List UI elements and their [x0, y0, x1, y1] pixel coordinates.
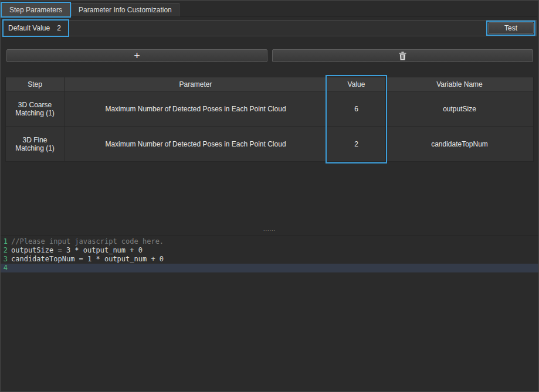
line-text: candidateTopNum = 1 * output_num + 0: [8, 255, 164, 264]
line-number: 2: [1, 246, 8, 255]
default-value-box[interactable]: Default Value 2: [2, 19, 69, 37]
delete-button[interactable]: [272, 49, 533, 62]
col-header-value: Value: [327, 77, 386, 91]
default-value-label: Default Value: [8, 24, 50, 32]
line-text: [8, 264, 11, 272]
row1-step-cell[interactable]: 3D Coarse Matching (1): [6, 91, 65, 127]
test-button-highlight: Test: [486, 21, 535, 36]
plus-icon: +: [134, 50, 140, 61]
default-value-value[interactable]: 2: [57, 24, 61, 32]
editor-line: 1 //Please input javascript code here.: [1, 237, 538, 246]
code-editor[interactable]: 1 //Please input javascript code here. 2…: [1, 235, 538, 391]
row1-parameter-cell[interactable]: Maximum Number of Detected Poses in Each…: [65, 91, 327, 127]
add-button[interactable]: +: [6, 49, 267, 62]
line-number: 3: [1, 255, 8, 264]
tab-step-parameters[interactable]: Step Parameters: [2, 3, 70, 16]
row2-variable-cell[interactable]: candidateTopNum: [386, 127, 534, 162]
row2-parameter-cell[interactable]: Maximum Number of Detected Poses in Each…: [65, 127, 327, 162]
toolbar: +: [6, 49, 533, 62]
parameter-table: Step Parameter Value Variable Name 3D Co…: [5, 77, 534, 162]
tab-bar: Step Parameters Parameter Info Customiza…: [2, 1, 537, 17]
row2-step-cell[interactable]: 3D Fine Matching (1): [6, 127, 65, 162]
line-number: 4: [1, 264, 8, 272]
line-text: //Please input javascript code here.: [8, 237, 164, 246]
default-value-row: Default Value 2 Test: [2, 20, 537, 36]
app-window: Step Parameters Parameter Info Customiza…: [0, 0, 539, 392]
editor-line: 3 candidateTopNum = 1 * output_num + 0: [1, 255, 538, 264]
line-number: 1: [1, 237, 8, 246]
tab-parameter-info-customization[interactable]: Parameter Info Customization: [71, 3, 179, 16]
col-header-parameter: Parameter: [65, 77, 327, 91]
row1-value-cell[interactable]: 6: [327, 91, 386, 127]
editor-line: 2 outputSize = 3 * output_num + 0: [1, 246, 538, 255]
col-header-variable-name: Variable Name: [386, 77, 534, 91]
row1-variable-cell[interactable]: outputSize: [386, 91, 534, 127]
editor-line-current: 4: [1, 264, 538, 272]
trash-icon: [399, 52, 406, 60]
line-text: outputSize = 3 * output_num + 0: [8, 246, 143, 255]
col-header-step: Step: [6, 77, 65, 91]
test-button[interactable]: Test: [488, 22, 534, 34]
row2-value-cell[interactable]: 2: [327, 127, 386, 162]
splitter-handle[interactable]: ......: [1, 226, 538, 233]
